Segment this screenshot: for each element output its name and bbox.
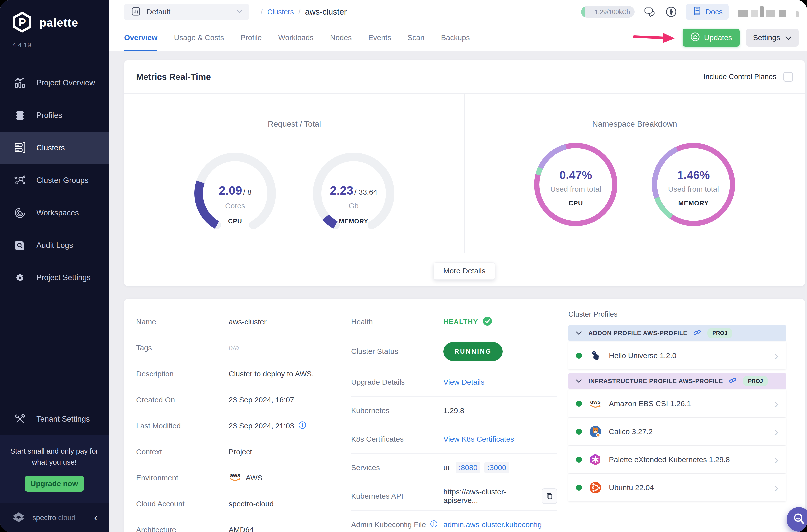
profile-item-name: Calico 3.27.2: [609, 428, 653, 436]
sidebar-item-profiles[interactable]: Profiles: [0, 99, 109, 132]
ubuntu-logo: [589, 481, 602, 494]
namespace-breakdown-panel: Namespace Breakdown 0.47% Used from tota…: [465, 94, 805, 286]
profile-item-ubuntu[interactable]: Ubuntu 22.04 ›: [568, 474, 786, 501]
info-icon[interactable]: [298, 421, 306, 431]
circled-up-chevron-icon: [690, 32, 700, 44]
sidebar-item-audit-logs[interactable]: Audit Logs: [0, 229, 109, 262]
breadcrumb-separator: /: [298, 7, 301, 17]
memory-request-value: 2.23: [330, 184, 353, 197]
chat-icon[interactable]: [643, 5, 656, 18]
breadcrumb-separator: /: [261, 7, 263, 17]
project-chart-icon: [131, 6, 141, 18]
profile-item-hello-universe[interactable]: Hello Universe 1.2.0 ›: [568, 342, 786, 369]
sidebar-collapse-chevron[interactable]: ‹: [94, 512, 98, 523]
chevron-down-icon: [785, 34, 791, 42]
detail-row-context: Context Project: [136, 439, 342, 465]
updates-button[interactable]: Updates: [682, 29, 739, 47]
row-value: 23 Sep 2024, 21:03: [229, 422, 294, 430]
sidebar-item-project-settings[interactable]: Project Settings: [0, 262, 109, 294]
cpu-request-value: 2.09: [219, 184, 242, 197]
cpu-caption: CPU: [194, 217, 276, 225]
status-dot: [576, 484, 582, 491]
profile-section-title: ADDON PROFILE AWS-PROFILE: [588, 330, 687, 337]
docs-button[interactable]: Docs: [686, 4, 729, 20]
row-value: Cluster to deploy to AWS.: [229, 370, 314, 378]
compass-icon[interactable]: [664, 5, 678, 18]
row-label: Tags: [136, 344, 229, 352]
profile-item-calico[interactable]: Calico 3.27.2 ›: [568, 418, 786, 445]
profile-item-palette-extended-kubernetes[interactable]: Palette eXtended Kubernetes 1.29.8 ›: [568, 446, 786, 473]
row-label: Architecture: [136, 526, 229, 532]
link-icon: [729, 377, 737, 386]
sidebar-item-cluster-groups[interactable]: Cluster Groups: [0, 164, 109, 196]
sidebar-item-clusters[interactable]: Clusters: [0, 132, 109, 164]
copy-button[interactable]: [542, 488, 557, 504]
chevron-right-icon: ›: [774, 398, 778, 410]
tab-overview[interactable]: Overview: [124, 24, 157, 52]
include-control-planes-checkbox[interactable]: [783, 72, 793, 82]
cpu-unit: Cores: [194, 202, 276, 210]
info-icon[interactable]: [430, 520, 438, 530]
detail-row-created-on: Created On 23 Sep 2024, 16:07: [136, 387, 342, 413]
detail-row-kubernetes: Kubernetes 1.29.8: [351, 397, 557, 425]
sidebar-item-tenant-settings[interactable]: Tenant Settings: [0, 403, 109, 435]
namespace-cpu-label: CPU: [533, 199, 619, 207]
check-circle-icon: [483, 316, 492, 328]
tab-usage-costs[interactable]: Usage & Costs: [174, 24, 224, 52]
tab-events[interactable]: Events: [368, 24, 391, 52]
project-selector[interactable]: Default: [124, 4, 249, 20]
upgrade-now-button[interactable]: Upgrade now: [25, 476, 84, 492]
sidebar-item-workspaces[interactable]: Workspaces: [0, 196, 109, 229]
footer-brand-secondary: cloud: [58, 514, 75, 521]
cluster-tabs-bar: Overview Usage & Costs Profile Workloads…: [109, 24, 807, 52]
metrics-title: Metrics Real-Time: [136, 72, 211, 82]
status-dot: [576, 401, 582, 406]
row-label: Description: [136, 370, 229, 378]
sidebar-item-project-overview[interactable]: Project Overview: [0, 67, 109, 99]
cluster-profiles-panel: Cluster Profiles ADDON PROFILE AWS-PROFI…: [568, 309, 786, 532]
row-label: Name: [136, 318, 229, 326]
tab-workloads[interactable]: Workloads: [278, 24, 314, 52]
view-details-link[interactable]: View Details: [444, 378, 485, 386]
namespace-memory-label: MEMORY: [650, 199, 736, 207]
row-label: Health: [351, 318, 444, 326]
breadcrumb-clusters-link[interactable]: Clusters: [267, 8, 294, 16]
brand: P palette: [0, 0, 109, 34]
chevron-down-icon: [576, 379, 582, 383]
sidebar-item-label: Clusters: [36, 144, 65, 152]
tab-profile[interactable]: Profile: [241, 24, 262, 52]
profile-item-name: Palette eXtended Kubernetes 1.29.8: [609, 455, 730, 464]
footer-brand-primary: spectro: [33, 514, 56, 521]
annotation-arrow: [633, 30, 676, 45]
layers-icon: [13, 110, 27, 121]
hello-universe-logo: [589, 349, 602, 362]
breadcrumb: / Clusters / aws-cluster: [261, 7, 346, 17]
service-port-link[interactable]: :3000: [485, 462, 509, 473]
search-smile-icon: [792, 512, 806, 527]
tab-scan[interactable]: Scan: [408, 24, 425, 52]
view-k8s-certificates-link[interactable]: View K8s Certificates: [444, 435, 514, 443]
row-label: Kubernetes API: [351, 492, 444, 500]
row-value: 1.29.8: [444, 406, 464, 415]
kubeconfig-link[interactable]: admin.aws-cluster.kubeconfig: [444, 520, 542, 529]
orbit-icon: [13, 207, 27, 219]
scope-badge: PROJ: [743, 376, 768, 386]
row-label: Context: [136, 448, 229, 456]
profile-section-title: INFRASTRUCTURE PROFILE AWS-PROFILE: [588, 378, 723, 385]
service-port-link[interactable]: :8080: [456, 462, 481, 473]
app-version: 4.4.19: [0, 34, 109, 49]
network-icon: [13, 174, 27, 186]
infrastructure-profile-header[interactable]: INFRASTRUCTURE PROFILE AWS-PROFILE PROJ: [568, 373, 786, 390]
addon-profile-header[interactable]: ADDON PROFILE AWS-PROFILE PROJ: [568, 325, 786, 341]
footer-brand: spectro cloud: [33, 514, 76, 522]
row-label: Last Modified: [136, 422, 229, 430]
sidebar: P palette 4.4.19 Project Overview: [0, 0, 109, 532]
namespace-cpu-percent: 0.47%: [533, 168, 619, 182]
settings-button[interactable]: Settings: [746, 29, 799, 47]
tab-backups[interactable]: Backups: [441, 24, 470, 52]
profile-item-amazon-ebs-csi[interactable]: aws Amazon EBS CSI 1.26.1 ›: [568, 390, 786, 417]
tab-nodes[interactable]: Nodes: [330, 24, 352, 52]
more-details-button[interactable]: More Details: [434, 262, 495, 280]
row-label: K8s Certificates: [351, 435, 444, 443]
quota-value: 1.29/100kCh: [595, 8, 630, 16]
